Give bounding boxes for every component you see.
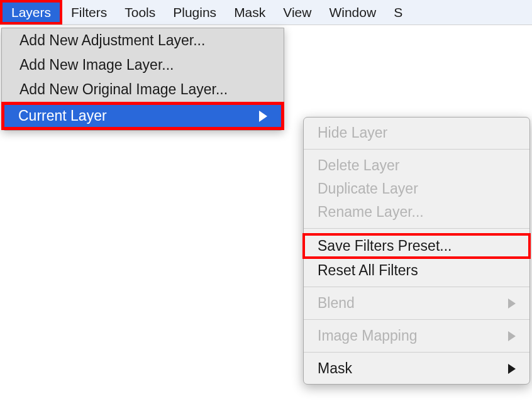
menubar-item-truncated[interactable]: S (385, 0, 411, 25)
menubar-item-layers[interactable]: Layers (0, 0, 62, 25)
menubar-item-mask[interactable]: Mask (225, 0, 274, 25)
separator (304, 149, 529, 150)
submenu-label: Hide Layer (318, 124, 387, 141)
submenu-delete-layer[interactable]: Delete Layer (304, 154, 529, 177)
menu-label: Current Layer (18, 107, 107, 124)
submenu-label: Duplicate Layer (318, 180, 418, 197)
separator (304, 319, 529, 320)
menubar-label: Filters (71, 5, 107, 20)
submenu-label: Save Filters Preset... (318, 238, 452, 255)
menu-add-original-image-layer[interactable]: Add New Original Image Layer... (2, 77, 284, 102)
menubar-item-tools[interactable]: Tools (116, 0, 164, 25)
menubar-label: View (283, 5, 311, 20)
submenu-duplicate-layer[interactable]: Duplicate Layer (304, 177, 529, 200)
menubar-label: Plugins (173, 5, 216, 20)
current-layer-submenu: Hide Layer Delete Layer Duplicate Layer … (303, 117, 530, 385)
submenu-arrow-icon (508, 364, 516, 374)
menu-label: Add New Original Image Layer... (19, 81, 228, 98)
submenu-hide-layer[interactable]: Hide Layer (304, 121, 529, 145)
menubar-label: Tools (125, 5, 155, 20)
submenu-rename-layer[interactable]: Rename Layer... (304, 200, 529, 224)
layers-dropdown: Add New Adjustment Layer... Add New Imag… (1, 28, 284, 131)
separator (304, 287, 529, 287)
submenu-arrow-icon (259, 111, 267, 122)
menubar-label: Window (329, 5, 376, 20)
menu-label: Add New Adjustment Layer... (19, 32, 205, 49)
submenu-save-filters-preset[interactable]: Save Filters Preset... (302, 233, 531, 259)
submenu-label: Image Mapping (318, 327, 418, 344)
menubar-label: S (394, 5, 402, 20)
submenu-label: Delete Layer (318, 157, 399, 174)
submenu-label: Blend (318, 295, 355, 312)
submenu-image-mapping[interactable]: Image Mapping (304, 324, 529, 348)
submenu-label: Mask (318, 360, 352, 377)
menubar-item-view[interactable]: View (274, 0, 320, 25)
menu-current-layer[interactable]: Current Layer (1, 102, 284, 130)
menu-add-adjustment-layer[interactable]: Add New Adjustment Layer... (2, 28, 284, 53)
menubar-item-filters[interactable]: Filters (62, 0, 116, 25)
separator (304, 228, 529, 229)
menubar-label: Mask (234, 5, 265, 20)
menubar: Layers Filters Tools Plugins Mask View W… (0, 0, 532, 25)
menu-label: Add New Image Layer... (19, 57, 174, 74)
separator (304, 352, 529, 353)
submenu-mask[interactable]: Mask (304, 357, 529, 380)
menubar-item-plugins[interactable]: Plugins (164, 0, 225, 25)
menubar-label: Layers (11, 5, 51, 20)
submenu-reset-all-filters[interactable]: Reset All Filters (304, 259, 529, 282)
submenu-blend[interactable]: Blend (304, 292, 529, 315)
submenu-arrow-icon (508, 298, 516, 309)
menu-add-image-layer[interactable]: Add New Image Layer... (2, 53, 284, 77)
submenu-label: Reset All Filters (318, 262, 418, 279)
submenu-label: Rename Layer... (318, 204, 424, 221)
menubar-item-window[interactable]: Window (320, 0, 385, 25)
submenu-arrow-icon (508, 331, 516, 341)
